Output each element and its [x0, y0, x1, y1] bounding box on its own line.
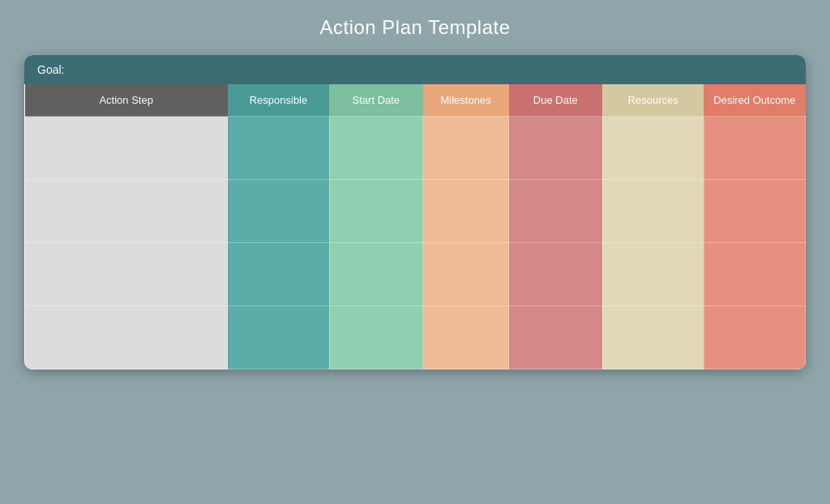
cell-desired-outcome[interactable]: [704, 306, 805, 369]
cell-responsible[interactable]: [228, 243, 329, 306]
th-start-date: Start Date: [329, 84, 423, 117]
cell-action-step[interactable]: [25, 117, 228, 180]
cell-resources[interactable]: [602, 180, 704, 243]
cell-milestones[interactable]: [423, 306, 509, 369]
th-desired-outcome: Desired Outcome: [704, 84, 805, 117]
cell-start-date[interactable]: [329, 306, 423, 369]
table-container: Goal: Action Step Responsible Start Date…: [24, 55, 806, 369]
table-row: [25, 117, 806, 180]
cell-desired-outcome[interactable]: [704, 117, 805, 180]
cell-responsible[interactable]: [228, 117, 329, 180]
cell-due-date[interactable]: [509, 117, 603, 180]
cell-responsible[interactable]: [228, 180, 329, 243]
cell-desired-outcome[interactable]: [704, 243, 805, 306]
cell-milestones[interactable]: [423, 243, 509, 306]
th-milestones: Milestones: [423, 84, 509, 117]
th-due-date: Due Date: [509, 84, 603, 117]
goal-label: Goal:: [37, 63, 64, 76]
cell-milestones[interactable]: [423, 180, 509, 243]
cell-resources[interactable]: [602, 306, 704, 369]
th-responsible: Responsible: [228, 84, 329, 117]
cell-action-step[interactable]: [25, 306, 228, 369]
cell-milestones[interactable]: [423, 117, 509, 180]
table-row: [25, 180, 806, 243]
cell-due-date[interactable]: [509, 306, 603, 369]
cell-action-step[interactable]: [25, 243, 228, 306]
page-wrapper: Action Plan Template Goal: Action Step R…: [0, 0, 830, 504]
table-row: [25, 306, 806, 369]
th-resources: Resources: [602, 84, 704, 117]
goal-bar: Goal:: [24, 55, 806, 84]
th-action-step: Action Step: [25, 84, 228, 117]
cell-start-date[interactable]: [329, 180, 423, 243]
cell-responsible[interactable]: [228, 306, 329, 369]
page-title: Action Plan Template: [319, 16, 510, 39]
cell-resources[interactable]: [602, 243, 704, 306]
cell-start-date[interactable]: [329, 117, 423, 180]
cell-action-step[interactable]: [25, 180, 228, 243]
cell-due-date[interactable]: [509, 180, 603, 243]
cell-due-date[interactable]: [509, 243, 603, 306]
cell-start-date[interactable]: [329, 243, 423, 306]
table-row: [25, 243, 806, 306]
action-table: Action Step Responsible Start Date Miles…: [24, 84, 806, 369]
cell-resources[interactable]: [602, 117, 704, 180]
cell-desired-outcome[interactable]: [704, 180, 805, 243]
header-row: Action Step Responsible Start Date Miles…: [25, 84, 806, 117]
